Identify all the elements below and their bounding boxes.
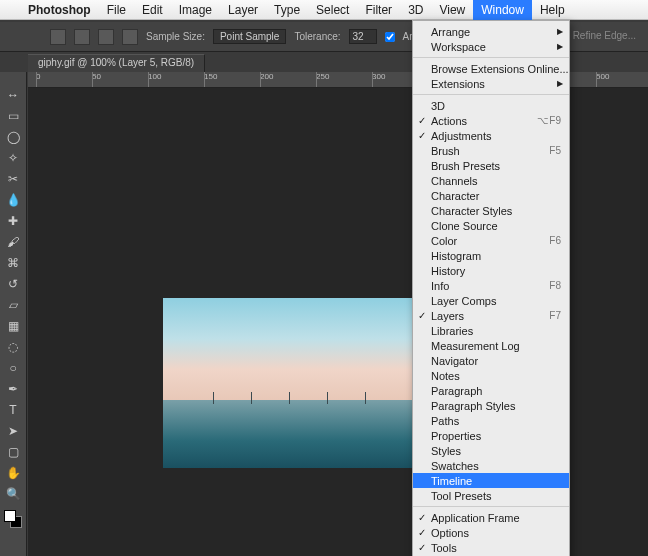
menu-item-3d[interactable]: 3D bbox=[413, 98, 569, 113]
menu-item-arrange[interactable]: Arrange bbox=[413, 24, 569, 39]
menu-item-timeline[interactable]: Timeline bbox=[413, 473, 569, 488]
menu-edit[interactable]: Edit bbox=[134, 0, 171, 20]
rectangle-tool[interactable]: ▢ bbox=[3, 443, 23, 461]
menu-select[interactable]: Select bbox=[308, 0, 357, 20]
menu-item-libraries[interactable]: Libraries bbox=[413, 323, 569, 338]
menu-item-label: Layers bbox=[431, 310, 464, 322]
tolerance-input[interactable]: 32 bbox=[349, 29, 377, 44]
ruler-tick: 300 bbox=[372, 72, 385, 81]
menu-separator bbox=[413, 94, 569, 95]
dodge-tool[interactable]: ○ bbox=[3, 359, 23, 377]
menu-item-actions[interactable]: Actions⌥F9 bbox=[413, 113, 569, 128]
menu-item-styles[interactable]: Styles bbox=[413, 443, 569, 458]
menu-item-label: Character Styles bbox=[431, 205, 512, 217]
document-image bbox=[163, 298, 415, 468]
marquee-tool[interactable]: ▭ bbox=[3, 107, 23, 125]
menu-item-options[interactable]: Options bbox=[413, 525, 569, 540]
tolerance-label: Tolerance: bbox=[294, 31, 340, 42]
menu-item-color[interactable]: ColorF6 bbox=[413, 233, 569, 248]
zoom-tool[interactable]: 🔍 bbox=[3, 485, 23, 503]
history-brush-tool[interactable]: ↺ bbox=[3, 275, 23, 293]
refine-edge-button[interactable]: Refine Edge... bbox=[573, 30, 636, 41]
menu-item-character-styles[interactable]: Character Styles bbox=[413, 203, 569, 218]
menu-filter[interactable]: Filter bbox=[357, 0, 400, 20]
menu-item-adjustments[interactable]: Adjustments bbox=[413, 128, 569, 143]
menu-item-label: Info bbox=[431, 280, 449, 292]
menu-item-label: Browse Extensions Online... bbox=[431, 63, 569, 75]
sample-size-select[interactable]: Point Sample bbox=[213, 29, 286, 44]
gradient-tool[interactable]: ▦ bbox=[3, 317, 23, 335]
menu-item-measurement-log[interactable]: Measurement Log bbox=[413, 338, 569, 353]
menu-item-label: 3D bbox=[431, 100, 445, 112]
menu-item-label: Tool Presets bbox=[431, 490, 492, 502]
lasso-tool[interactable]: ◯ bbox=[3, 128, 23, 146]
path-select-tool[interactable]: ➤ bbox=[3, 422, 23, 440]
selection-mode-new[interactable] bbox=[50, 29, 66, 45]
menu-item-shortcut: F6 bbox=[549, 235, 561, 246]
brush-tool[interactable]: 🖌 bbox=[3, 233, 23, 251]
menu-item-history[interactable]: History bbox=[413, 263, 569, 278]
menu-item-paragraph-styles[interactable]: Paragraph Styles bbox=[413, 398, 569, 413]
menu-item-layers[interactable]: LayersF7 bbox=[413, 308, 569, 323]
ruler-tick: 100 bbox=[148, 72, 161, 81]
menu-help[interactable]: Help bbox=[532, 0, 573, 20]
menu-item-histogram[interactable]: Histogram bbox=[413, 248, 569, 263]
type-tool[interactable]: T bbox=[3, 401, 23, 419]
menu-layer[interactable]: Layer bbox=[220, 0, 266, 20]
ruler-tick: 250 bbox=[316, 72, 329, 81]
menu-app[interactable]: Photoshop bbox=[20, 0, 99, 20]
color-swatch[interactable] bbox=[4, 510, 22, 528]
menu-view[interactable]: View bbox=[431, 0, 473, 20]
menu-item-info[interactable]: InfoF8 bbox=[413, 278, 569, 293]
move-tool[interactable]: ↔ bbox=[3, 86, 23, 104]
menu-3d[interactable]: 3D bbox=[400, 0, 431, 20]
menu-file[interactable]: File bbox=[99, 0, 134, 20]
menu-item-tool-presets[interactable]: Tool Presets bbox=[413, 488, 569, 503]
menu-type[interactable]: Type bbox=[266, 0, 308, 20]
selection-mode-add[interactable] bbox=[74, 29, 90, 45]
menu-item-tools[interactable]: Tools bbox=[413, 540, 569, 555]
menu-item-label: Libraries bbox=[431, 325, 473, 337]
menu-item-label: Measurement Log bbox=[431, 340, 520, 352]
menu-item-label: Actions bbox=[431, 115, 467, 127]
menu-item-brush[interactable]: BrushF5 bbox=[413, 143, 569, 158]
document-tab[interactable]: giphy.gif @ 100% (Layer 5, RGB/8) bbox=[28, 54, 205, 72]
menu-item-notes[interactable]: Notes bbox=[413, 368, 569, 383]
menu-item-browse-extensions-online-[interactable]: Browse Extensions Online... bbox=[413, 61, 569, 76]
magic-wand-tool[interactable]: ✧ bbox=[3, 149, 23, 167]
menu-item-brush-presets[interactable]: Brush Presets bbox=[413, 158, 569, 173]
menu-item-properties[interactable]: Properties bbox=[413, 428, 569, 443]
selection-mode-subtract[interactable] bbox=[98, 29, 114, 45]
menu-item-application-frame[interactable]: Application Frame bbox=[413, 510, 569, 525]
menu-item-label: Application Frame bbox=[431, 512, 520, 524]
menu-item-layer-comps[interactable]: Layer Comps bbox=[413, 293, 569, 308]
menu-item-swatches[interactable]: Swatches bbox=[413, 458, 569, 473]
selection-mode-intersect[interactable] bbox=[122, 29, 138, 45]
eraser-tool[interactable]: ▱ bbox=[3, 296, 23, 314]
menu-item-shortcut: F8 bbox=[549, 280, 561, 291]
menu-item-paragraph[interactable]: Paragraph bbox=[413, 383, 569, 398]
eyedropper-tool[interactable]: 💧 bbox=[3, 191, 23, 209]
clone-tool[interactable]: ⌘ bbox=[3, 254, 23, 272]
crop-tool[interactable]: ✂ bbox=[3, 170, 23, 188]
menu-item-clone-source[interactable]: Clone Source bbox=[413, 218, 569, 233]
menu-image[interactable]: Image bbox=[171, 0, 220, 20]
menu-item-extensions[interactable]: Extensions bbox=[413, 76, 569, 91]
ruler-tick: 150 bbox=[204, 72, 217, 81]
menu-item-workspace[interactable]: Workspace bbox=[413, 39, 569, 54]
menu-item-shortcut: F7 bbox=[549, 310, 561, 321]
menu-separator bbox=[413, 506, 569, 507]
hand-tool[interactable]: ✋ bbox=[3, 464, 23, 482]
menu-item-character[interactable]: Character bbox=[413, 188, 569, 203]
pen-tool[interactable]: ✒ bbox=[3, 380, 23, 398]
tools-panel: ↔▭◯✧✂💧✚🖌⌘↺▱▦◌○✒T➤▢✋🔍 bbox=[0, 72, 27, 556]
menu-separator bbox=[413, 57, 569, 58]
menu-item-navigator[interactable]: Navigator bbox=[413, 353, 569, 368]
menu-window[interactable]: Window bbox=[473, 0, 532, 20]
blur-tool[interactable]: ◌ bbox=[3, 338, 23, 356]
antialias-checkbox[interactable] bbox=[385, 32, 395, 42]
healing-tool[interactable]: ✚ bbox=[3, 212, 23, 230]
ruler-tick: 200 bbox=[260, 72, 273, 81]
menu-item-channels[interactable]: Channels bbox=[413, 173, 569, 188]
menu-item-paths[interactable]: Paths bbox=[413, 413, 569, 428]
